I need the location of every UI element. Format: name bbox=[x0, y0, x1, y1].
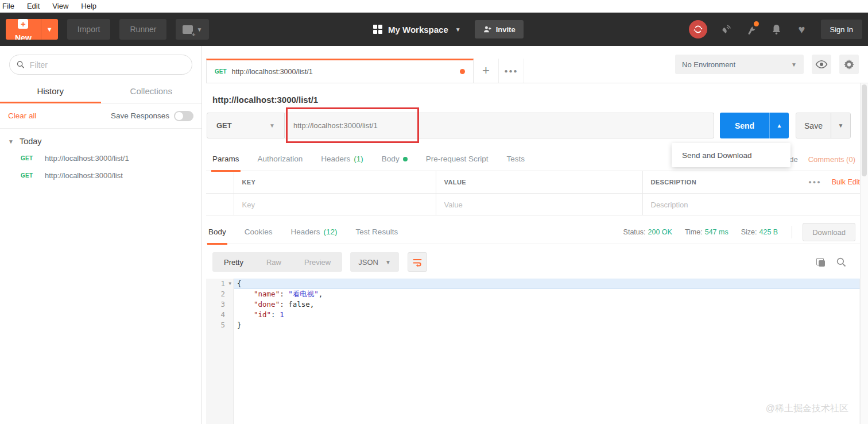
response-body-viewer[interactable]: 1▼ 2 3 4 5 { "name": "看电视", "done": fals… bbox=[206, 279, 868, 424]
params-input-row bbox=[206, 194, 868, 215]
tab-authorization[interactable]: Authorization bbox=[258, 147, 303, 171]
request-tab[interactable]: GET http://localhost:3000/list/1 bbox=[206, 59, 474, 83]
history-group-label: Today bbox=[20, 137, 42, 146]
url-field bbox=[285, 113, 714, 138]
sign-in-button[interactable]: Sign In bbox=[821, 20, 862, 39]
response-tabs-row: Body Cookies Headers(12) Test Results St… bbox=[206, 220, 868, 244]
environment-selected: No Environment bbox=[682, 60, 735, 69]
new-split-button: + New ▼ bbox=[6, 19, 58, 40]
status-indicator: Status:200 OK bbox=[623, 228, 672, 236]
watermark: @稀土掘金技术社区 bbox=[766, 403, 848, 415]
bulk-edit-link[interactable]: Bulk Edit bbox=[832, 178, 860, 186]
param-checkbox-cell bbox=[206, 194, 234, 215]
tab-history[interactable]: History bbox=[0, 80, 101, 103]
chevron-down-icon: ▼ bbox=[385, 259, 391, 265]
comments-link[interactable]: Comments (0) bbox=[808, 155, 855, 164]
wrap-text-button[interactable] bbox=[408, 252, 427, 272]
whats-new-button[interactable] bbox=[745, 23, 758, 36]
param-value-input[interactable] bbox=[436, 201, 632, 209]
heart-icon: ♥ bbox=[799, 24, 805, 35]
method-badge: GET bbox=[21, 172, 34, 179]
response-headers-count: (12) bbox=[324, 228, 338, 236]
menu-help[interactable]: Help bbox=[75, 2, 103, 10]
window-scrollbar[interactable] bbox=[860, 83, 868, 424]
tab-tests[interactable]: Tests bbox=[506, 147, 525, 171]
tab-pre-request-script[interactable]: Pre-request Script bbox=[426, 147, 489, 171]
response-tab-headers[interactable]: Headers(12) bbox=[291, 220, 338, 244]
size-value: 425 B bbox=[760, 228, 778, 236]
fold-caret-icon[interactable]: ▼ bbox=[228, 279, 231, 289]
response-tab-test-results[interactable]: Test Results bbox=[356, 220, 398, 244]
menu-file[interactable]: File bbox=[0, 2, 21, 10]
scrollbar-thumb[interactable] bbox=[862, 84, 867, 176]
save-responses-control: Save Responses bbox=[111, 111, 193, 121]
new-tab-button[interactable]: + bbox=[474, 59, 499, 83]
save-options-button[interactable]: ▼ bbox=[831, 113, 850, 138]
environment-preview-button[interactable] bbox=[812, 55, 831, 74]
history-item[interactable]: GET http://localhost:3000/list/1 bbox=[0, 149, 202, 167]
settings-button[interactable] bbox=[839, 55, 859, 74]
notifications-button[interactable] bbox=[770, 23, 783, 36]
tab-collections[interactable]: Collections bbox=[101, 80, 202, 103]
mode-preview[interactable]: Preview bbox=[293, 252, 342, 272]
new-dropdown-button[interactable]: ▼ bbox=[41, 19, 58, 40]
invite-button[interactable]: Invite bbox=[475, 20, 524, 38]
api-network-button[interactable] bbox=[720, 23, 733, 36]
save-button[interactable]: Save bbox=[796, 113, 831, 138]
headers-count: (1) bbox=[354, 155, 363, 163]
format-select[interactable]: JSON ▼ bbox=[350, 252, 399, 272]
response-tab-body[interactable]: Body bbox=[208, 220, 226, 244]
code-line: "done": false, bbox=[234, 299, 868, 310]
environment-cluster: No Environment ▼ bbox=[675, 55, 859, 74]
favorites-button[interactable]: ♥ bbox=[796, 23, 808, 36]
new-button[interactable]: + New bbox=[6, 19, 41, 40]
column-value: VALUE bbox=[436, 171, 642, 194]
copy-icon[interactable] bbox=[816, 258, 825, 267]
json-body: { "name": "看电视", "done": false, "id": 1 … bbox=[234, 279, 868, 330]
history-item[interactable]: GET http://localhost:3000/list bbox=[0, 167, 202, 184]
filter-input[interactable] bbox=[30, 60, 185, 70]
code-line: "id": 1 bbox=[234, 310, 868, 320]
runner-button[interactable]: Runner bbox=[119, 19, 166, 40]
method-badge: GET bbox=[21, 155, 34, 161]
chevron-down-icon[interactable]: ▼ bbox=[455, 26, 461, 33]
method-select[interactable]: GET ▼ bbox=[207, 113, 285, 138]
plus-icon: + bbox=[18, 19, 28, 29]
view-mode-switch: Pretty Raw Preview bbox=[212, 252, 342, 272]
satellite-icon bbox=[720, 24, 732, 35]
url-input[interactable] bbox=[293, 121, 705, 130]
mode-pretty[interactable]: Pretty bbox=[212, 252, 255, 272]
sync-button[interactable] bbox=[689, 20, 707, 38]
param-key-input[interactable] bbox=[234, 201, 425, 209]
history-group-today[interactable]: ▼ Today bbox=[0, 129, 202, 149]
download-button[interactable]: Download bbox=[803, 223, 855, 241]
send-dropdown-menu: Send and Download bbox=[672, 143, 790, 167]
params-options-button[interactable]: ●●● bbox=[808, 179, 821, 185]
mode-raw[interactable]: Raw bbox=[255, 252, 293, 272]
search-response-icon[interactable] bbox=[836, 257, 846, 267]
menu-edit[interactable]: Edit bbox=[21, 2, 46, 10]
tab-params[interactable]: Params bbox=[212, 147, 239, 171]
clear-all-link[interactable]: Clear all bbox=[8, 111, 37, 120]
app-toolbar: + New ▼ Import Runner ▼ My Workspace ▼ I… bbox=[0, 13, 868, 46]
tab-headers[interactable]: Headers(1) bbox=[321, 147, 363, 171]
send-button[interactable]: Send bbox=[720, 113, 769, 138]
column-description: DESCRIPTION bbox=[651, 179, 697, 186]
param-description-input[interactable] bbox=[643, 201, 857, 209]
workspace-name[interactable]: My Workspace bbox=[388, 25, 448, 34]
save-responses-toggle[interactable] bbox=[174, 111, 193, 121]
workspace-grid-icon[interactable] bbox=[373, 25, 382, 34]
new-window-button[interactable]: ▼ bbox=[176, 19, 209, 40]
import-button[interactable]: Import bbox=[67, 19, 111, 40]
response-tab-cookies[interactable]: Cookies bbox=[245, 220, 273, 244]
sidebar: History Collections Clear all Save Respo… bbox=[0, 46, 202, 424]
tab-options-button[interactable]: ●●● bbox=[499, 59, 524, 83]
response-scrollbar-track bbox=[859, 279, 859, 424]
menu-view[interactable]: View bbox=[46, 2, 75, 10]
tab-body[interactable]: Body bbox=[382, 147, 408, 171]
chevron-down-icon: ▼ bbox=[838, 122, 844, 129]
environment-select[interactable]: No Environment ▼ bbox=[675, 55, 804, 74]
menu-item-send-and-download[interactable]: Send and Download bbox=[682, 151, 752, 160]
history-url: http://localhost:3000/list bbox=[45, 171, 123, 180]
send-options-button[interactable]: ▲ bbox=[769, 113, 789, 138]
